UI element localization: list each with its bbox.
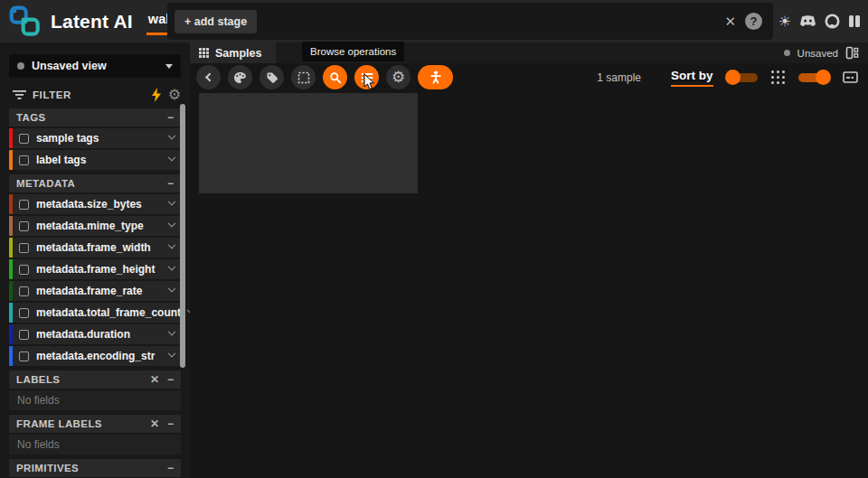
section-header-frame-labels[interactable]: FRAME LABELS ✕ − bbox=[9, 415, 181, 433]
field-row-label-tags[interactable]: label tags bbox=[9, 150, 181, 170]
field-row-frame-width[interactable]: metadata.frame_width bbox=[9, 238, 181, 258]
color-palette-button[interactable] bbox=[228, 65, 252, 89]
field-checkbox[interactable] bbox=[19, 134, 29, 144]
toggle-knob bbox=[816, 70, 831, 85]
chevron-down-icon[interactable] bbox=[168, 241, 175, 248]
field-label: metadata.total_frame_count bbox=[36, 306, 181, 319]
chevron-down-icon[interactable] bbox=[168, 132, 175, 139]
annotate-person-button[interactable] bbox=[418, 65, 453, 89]
field-checkbox[interactable] bbox=[19, 265, 29, 275]
section-title: LABELS bbox=[16, 374, 60, 385]
select-samples-button[interactable] bbox=[291, 65, 316, 89]
sidebar-scrollbar[interactable] bbox=[180, 104, 185, 368]
chevron-down-icon[interactable] bbox=[168, 154, 175, 161]
tag-icon bbox=[266, 71, 278, 84]
sample-tile[interactable] bbox=[199, 93, 418, 193]
field-label: metadata.frame_width bbox=[36, 241, 151, 254]
docs-book-icon[interactable] bbox=[848, 14, 861, 28]
discord-icon[interactable] bbox=[799, 14, 816, 28]
field-row-total-frame-count[interactable]: metadata.total_frame_count bbox=[9, 303, 181, 323]
sidebar-settings-gear-icon[interactable]: ⚙ bbox=[168, 88, 181, 102]
sort-by-button[interactable]: Sort by bbox=[671, 69, 713, 87]
search-icon bbox=[329, 71, 342, 84]
field-checkbox[interactable] bbox=[19, 200, 29, 210]
main-panel: Samples + Unsaved ⚙ 1 sample bbox=[190, 42, 868, 478]
filter-label: FILTER bbox=[33, 89, 71, 100]
selection-box-icon bbox=[297, 71, 310, 84]
collapse-icon[interactable]: − bbox=[167, 112, 174, 123]
palette-icon bbox=[233, 71, 247, 84]
tooltip: Browse operations bbox=[302, 42, 404, 61]
section-header-labels[interactable]: LABELS ✕ − bbox=[9, 370, 181, 389]
section-header-metadata[interactable]: METADATA − bbox=[9, 174, 181, 192]
section-title: METADATA bbox=[16, 178, 75, 189]
view-stage-bar[interactable]: + add stage ✕ ? bbox=[167, 3, 773, 40]
field-row-mime-type[interactable]: metadata.mime_type bbox=[9, 216, 181, 236]
collapse-icon[interactable]: − bbox=[167, 463, 174, 473]
caption-display-icon[interactable] bbox=[843, 71, 858, 83]
field-label: metadata.size_bytes bbox=[36, 198, 142, 211]
unsaved-status-label: Unsaved bbox=[797, 48, 838, 59]
chevron-down-icon[interactable] bbox=[168, 350, 175, 357]
search-operations-button[interactable] bbox=[323, 65, 347, 89]
toggle-switch-off[interactable] bbox=[727, 73, 758, 82]
browse-operations-button[interactable] bbox=[354, 65, 379, 89]
toggle-switch-on[interactable] bbox=[798, 73, 829, 82]
field-checkbox[interactable] bbox=[19, 286, 29, 296]
field-checkbox[interactable] bbox=[19, 330, 29, 340]
field-row-frame-height[interactable]: metadata.frame_height bbox=[9, 259, 181, 279]
field-row-encoding-str[interactable]: metadata.encoding_str bbox=[9, 346, 181, 366]
chevron-down-icon[interactable] bbox=[168, 285, 175, 292]
grid-toolbar: ⚙ 1 sample Sort by bbox=[190, 63, 868, 91]
split-panel-icon[interactable] bbox=[845, 46, 859, 60]
field-label: metadata.encoding_str bbox=[36, 350, 155, 362]
field-checkbox[interactable] bbox=[19, 221, 29, 231]
grid-settings-button[interactable]: ⚙ bbox=[386, 65, 410, 89]
empty-fields-text: No fields bbox=[17, 438, 60, 451]
chevron-down-icon[interactable] bbox=[168, 328, 175, 335]
gear-icon: ⚙ bbox=[392, 70, 405, 85]
field-label: label tags bbox=[36, 154, 86, 166]
field-checkbox[interactable] bbox=[19, 243, 29, 253]
section-header-tags[interactable]: TAGS − bbox=[9, 108, 181, 127]
chevron-down-icon bbox=[165, 64, 173, 69]
grid-size-icon[interactable] bbox=[771, 70, 786, 85]
panel-tab-bar: Samples + Unsaved bbox=[190, 42, 868, 63]
chevron-down-icon[interactable] bbox=[168, 220, 175, 227]
list-icon bbox=[361, 72, 373, 83]
field-checkbox[interactable] bbox=[19, 351, 29, 361]
view-help-icon[interactable]: ? bbox=[745, 13, 762, 30]
field-label: metadata.frame_height bbox=[36, 263, 155, 276]
section-title: PRIMITIVES bbox=[16, 463, 79, 473]
latent-ai-logo-icon bbox=[8, 5, 42, 38]
github-icon[interactable] bbox=[825, 14, 840, 29]
clear-view-icon[interactable]: ✕ bbox=[724, 14, 736, 30]
filter-header: FILTER ⚙ bbox=[13, 86, 181, 104]
collapse-icon[interactable]: − bbox=[167, 178, 174, 189]
back-button[interactable] bbox=[196, 65, 221, 89]
field-row-frame-rate[interactable]: metadata.frame_rate bbox=[9, 281, 181, 301]
chevron-down-icon[interactable] bbox=[168, 263, 175, 270]
field-row-size-bytes[interactable]: metadata.size_bytes bbox=[9, 194, 181, 214]
chevron-down-icon[interactable] bbox=[168, 198, 175, 205]
clear-section-icon[interactable]: ✕ bbox=[150, 418, 159, 429]
field-checkbox[interactable] bbox=[19, 155, 29, 165]
filter-funnel-icon bbox=[13, 89, 26, 100]
add-stage-button[interactable]: + add stage bbox=[175, 10, 257, 33]
tag-samples-button[interactable] bbox=[259, 65, 284, 89]
field-row-sample-tags[interactable]: sample tags bbox=[9, 128, 181, 148]
saved-view-selector[interactable]: Unsaved view bbox=[9, 54, 181, 78]
collapse-icon[interactable]: − bbox=[167, 374, 174, 385]
field-row-duration[interactable]: metadata.duration bbox=[9, 324, 181, 344]
theme-toggle-sun-icon[interactable]: ☀ bbox=[778, 13, 791, 30]
collapse-icon[interactable]: − bbox=[167, 418, 174, 429]
clear-section-icon[interactable]: ✕ bbox=[150, 374, 159, 385]
tab-label: Samples bbox=[215, 47, 261, 60]
filter-sidebar: Unsaved view FILTER ⚙ TAGS − sample tags… bbox=[0, 42, 190, 478]
samples-grid-icon bbox=[199, 48, 209, 58]
field-checkbox[interactable] bbox=[19, 308, 29, 318]
tab-samples[interactable]: Samples bbox=[190, 42, 276, 63]
lightning-bolt-icon[interactable] bbox=[151, 88, 162, 102]
field-label: sample tags bbox=[36, 132, 99, 145]
section-header-primitives[interactable]: PRIMITIVES − bbox=[9, 459, 181, 477]
